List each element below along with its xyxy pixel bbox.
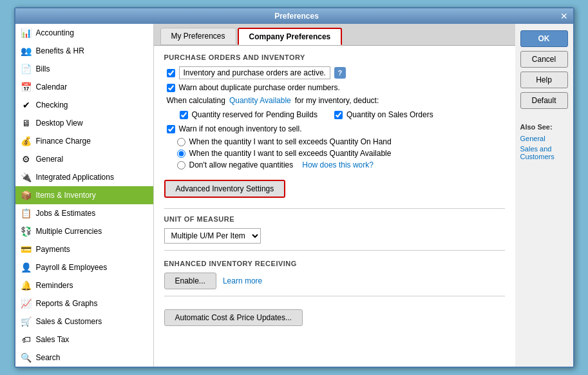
sidebar-item-reminders[interactable]: 🔔Reminders [15,276,153,294]
sidebar-item-bills[interactable]: 📄Bills [15,60,153,78]
sidebar: 📊Accounting👥Benefits & HR📄Bills📅Calendar… [15,24,154,367]
sidebar-label-10: Jobs & Estimates [36,209,96,218]
unit-measure-dropdown[interactable]: Single U/M Per Item Multiple U/M Per Ite… [164,228,261,244]
sidebar-label-16: Sales & Customers [36,317,102,326]
sidebar-label-12: Payments [36,245,70,254]
sidebar-label-6: Finance Charge [36,137,91,146]
radio-qty-available[interactable] [177,149,185,158]
sidebar-label-9: Items & Inventory [36,191,96,200]
title-bar: Preferences ✕ [15,8,573,24]
ok-button[interactable]: OK [520,30,568,47]
deduct-label-1: Quantity reserved for Pending Builds [192,110,318,119]
checkbox-sales-orders[interactable] [334,111,343,119]
quantity-available-link[interactable]: Quantity Available [229,96,291,105]
enhanced-section: ENHANCED INVENTORY RECEIVING Enable... L… [164,260,505,289]
sidebar-item-multiple-currencies[interactable]: 💱Multiple Currencies [15,222,153,240]
checkbox-inventory-active[interactable] [167,69,175,77]
sidebar-item-integrated-applications[interactable]: 🔌Integrated Applications [15,168,153,186]
dialog-body: 📊Accounting👥Benefits & HR📄Bills📅Calendar… [15,24,573,367]
unit-measure-section: UNIT OF MEASURE Single U/M Per Item Mult… [164,215,505,244]
radio-no-negative[interactable] [177,161,185,169]
sidebar-item-search[interactable]: 🔍Search [15,349,153,367]
tab-my-preferences[interactable]: My Preferences [160,28,236,45]
duplicate-warn-label: Warn about duplicate purchase order numb… [179,83,340,92]
cancel-button[interactable]: Cancel [520,51,568,68]
deduct-row-2-inline: Quantity on Sales Orders [334,110,433,119]
checkbox-row-1: Inventory and purchase orders are active… [164,66,505,79]
checkbox-warn-sell[interactable] [167,125,175,133]
sidebar-label-8: Integrated Applications [36,173,114,182]
sidebar-label-14: Reminders [36,281,73,290]
radio-qty-on-hand[interactable] [177,138,185,146]
sidebar-item-jobs---estimates[interactable]: 📋Jobs & Estimates [15,204,153,222]
sidebar-item-reports---graphs[interactable]: 📈Reports & Graphs [15,294,153,312]
sidebar-icon-7: ⚙ [21,153,32,165]
sidebar-item-desktop-view[interactable]: 🖥Desktop View [15,114,153,132]
sidebar-item-general[interactable]: ⚙General [15,150,153,168]
sidebar-icon-8: 🔌 [21,171,32,183]
auto-cost-button[interactable]: Automatic Cost & Price Updates... [164,309,303,326]
also-see-title: Also See: [520,123,568,131]
help-button[interactable]: Help [520,72,568,88]
sidebar-item-payments[interactable]: 💳Payments [15,240,153,258]
how-does-link[interactable]: How does this work? [302,160,374,169]
sidebar-item-benefits---hr[interactable]: 👥Benefits & HR [15,42,153,60]
sidebar-label-7: General [36,155,64,164]
advanced-inventory-button[interactable]: Advanced Inventory Settings [164,180,286,198]
close-button[interactable]: ✕ [560,11,568,21]
enhanced-buttons: Enable... Learn more [164,273,505,289]
section-header-unit: UNIT OF MEASURE [164,215,505,223]
also-see-general[interactable]: General [520,135,568,142]
sidebar-icon-16: 🛒 [21,316,32,327]
sidebar-item-checking[interactable]: ✔Checking [15,96,153,114]
learn-more-link[interactable]: Learn more [223,276,262,285]
sidebar-item-sales-tax[interactable]: 🏷Sales Tax [15,331,153,349]
sidebar-icon-9: 📦 [21,189,32,201]
deduct-row-1: Quantity reserved for Pending Builds Qua… [177,110,505,119]
calc-row: When calculating Quantity Available for … [164,96,505,105]
warn-sell-label: Warn if not enough inventory to sell. [179,124,302,133]
sidebar-label-18: Search [36,353,61,362]
sidebar-icon-12: 💳 [21,244,32,255]
sidebar-label-0: Accounting [36,28,74,37]
sidebar-icon-2: 📄 [21,63,32,75]
sidebar-item-finance-charge[interactable]: 💰Finance Charge [15,132,153,150]
section-divider-2 [164,250,505,251]
sidebar-item-sales---customers[interactable]: 🛒Sales & Customers [15,312,153,331]
enable-button[interactable]: Enable... [164,273,216,289]
sidebar-item-items---inventory[interactable]: 📦Items & Inventory [15,186,153,204]
sidebar-icon-15: 📈 [21,298,32,309]
sidebar-icon-4: ✔ [21,99,32,111]
dialog-title: Preferences [274,12,319,21]
sidebar-icon-6: 💰 [21,135,32,147]
section-header-purchase: PURCHASE ORDERS AND INVENTORY [164,53,505,61]
radio-label-3: Don't allow negative quantities [189,160,294,169]
radio-row-2: When the quantity I want to sell exceeds… [164,149,505,158]
info-icon[interactable]: ? [334,67,346,79]
content-area: PURCHASE ORDERS AND INVENTORY Inventory … [154,46,515,367]
tab-company-preferences[interactable]: Company Preferences [238,28,343,45]
checkbox-duplicate-warn[interactable] [167,84,175,92]
main-content: My Preferences Company Preferences PURCH… [154,24,515,367]
sidebar-item-accounting[interactable]: 📊Accounting [15,24,153,42]
tabs-bar: My Preferences Company Preferences [154,24,515,46]
radio-label-1: When the quantity I want to sell exceeds… [189,137,392,146]
sidebar-icon-11: 💱 [21,226,32,237]
sidebar-item-payroll---employees[interactable]: 👤Payroll & Employees [15,258,153,276]
checkbox-pending-builds[interactable] [180,111,188,119]
radio-row-1: When the quantity I want to sell exceeds… [164,137,505,146]
inventory-active-label: Inventory and purchase orders are active… [179,66,330,79]
sidebar-label-3: Calendar [36,82,68,91]
warn-checkbox-row: Warn if not enough inventory to sell. [164,124,505,133]
sidebar-icon-0: 📊 [21,27,32,39]
sidebar-label-13: Payroll & Employees [36,263,108,272]
also-see-sales[interactable]: Sales and Customers [520,145,568,160]
deduct-options: Quantity reserved for Pending Builds Qua… [164,110,505,119]
sidebar-label-1: Benefits & HR [36,46,84,55]
sidebar-item-calendar[interactable]: 📅Calendar [15,78,153,96]
default-button[interactable]: Default [520,92,568,109]
sidebar-icon-17: 🏷 [21,334,32,345]
checkbox-row-2: Warn about duplicate purchase order numb… [164,83,505,92]
right-panel: OK Cancel Help Default Also See: General… [515,24,573,367]
sidebar-icon-3: 📅 [21,81,32,93]
